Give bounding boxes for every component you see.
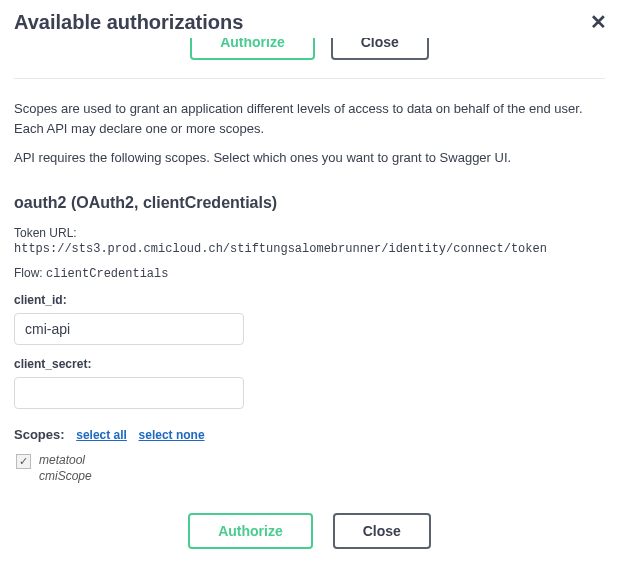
authorize-button[interactable]: Authorize	[188, 513, 313, 549]
flow-row: Flow: clientCredentials	[14, 266, 605, 281]
scope-name: metatool	[39, 452, 92, 469]
modal-scroll-area[interactable]: Authorize Close Scopes are used to grant…	[0, 38, 619, 571]
modal-header: Available authorizations ✕	[0, 0, 627, 40]
flow-value: clientCredentials	[46, 267, 168, 281]
client-id-label: client_id:	[14, 293, 605, 307]
modal-title: Available authorizations	[14, 11, 243, 34]
client-secret-input[interactable]	[14, 377, 244, 409]
scope-item: ✓ metatool cmiScope	[16, 452, 605, 486]
scope-checkbox[interactable]: ✓	[16, 454, 31, 469]
scope-text: metatool cmiScope	[39, 452, 92, 486]
token-url-label: Token URL:	[14, 226, 605, 240]
client-id-input[interactable]	[14, 313, 244, 345]
modal-body: Authorize Close Scopes are used to grant…	[0, 38, 619, 571]
authorize-button-upper[interactable]: Authorize	[190, 38, 315, 60]
flow-label: Flow:	[14, 266, 46, 280]
lower-button-row: Authorize Close	[14, 513, 605, 549]
select-all-link[interactable]: select all	[76, 428, 127, 442]
scopes-header-row: Scopes: select all select none	[14, 427, 605, 442]
divider	[14, 78, 605, 79]
auth-scheme-heading: oauth2 (OAuth2, clientCredentials)	[14, 194, 605, 212]
client-secret-label: client_secret:	[14, 357, 605, 371]
scope-desc: cmiScope	[39, 468, 92, 485]
close-button[interactable]: Close	[333, 513, 431, 549]
upper-button-row: Authorize Close	[14, 38, 605, 60]
scopes-description-2: API requires the following scopes. Selec…	[14, 148, 605, 168]
scopes-label: Scopes:	[14, 427, 65, 442]
select-none-link[interactable]: select none	[139, 428, 205, 442]
close-icon[interactable]: ✕	[584, 10, 613, 34]
close-button-upper[interactable]: Close	[331, 38, 429, 60]
token-url-value: https://sts3.prod.cmicloud.ch/stiftungsa…	[14, 242, 605, 256]
scopes-description-1: Scopes are used to grant an application …	[14, 99, 605, 138]
